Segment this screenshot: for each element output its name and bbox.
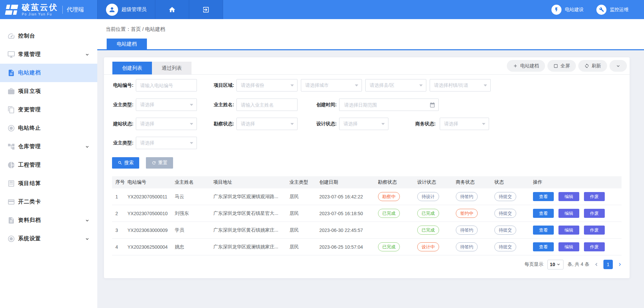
void-button[interactable]: 作废 — [584, 209, 605, 218]
sidebar-item-engineering-mgmt[interactable]: 工程管理 — [0, 156, 97, 174]
sidebar-item-console[interactable]: 控制台 — [0, 27, 97, 45]
next-page-button[interactable] — [617, 261, 623, 267]
status-badge: 待提交 — [494, 192, 516, 201]
view-button[interactable]: 查看 — [533, 242, 554, 251]
owner-name-input[interactable] — [236, 99, 298, 111]
date-range-input[interactable] — [343, 102, 427, 108]
plus-icon — [513, 63, 518, 68]
build-status-select[interactable]: 请选择 — [136, 118, 197, 130]
panel-tabs-row: 创建列表 通过列表 电站建档 全屏 刷新 — [104, 57, 630, 75]
brand-subtitle: Po Jian Yun Fu — [22, 13, 58, 16]
archive-icon — [7, 217, 15, 224]
sidebar-item-project-initiation[interactable]: 项目立项 — [0, 82, 97, 101]
sidebar-item-project-settlement[interactable]: 项目结算 — [0, 174, 97, 193]
sidebar-item-station-termination[interactable]: 电站终止 — [0, 119, 97, 137]
sidebar: 控制台 常规管理 电站建档 项目立项 变更管理 电站终止 仓库管理 工程管理 项… — [0, 19, 97, 308]
nav-station-build[interactable]: 电站建设 — [551, 5, 584, 15]
cell-owner-name: 刘强东 — [174, 210, 213, 217]
nav-station-build-label: 电站建设 — [565, 7, 584, 13]
design-status-select[interactable]: 请选择 — [339, 118, 388, 130]
filter-actions: 搜索 重置 — [112, 157, 622, 169]
cell-created: 2023-06-30 22:45:57 — [319, 228, 377, 233]
sidebar-item-data-archive[interactable]: 资料归档 — [0, 211, 97, 230]
search-button[interactable]: 搜索 — [112, 157, 139, 169]
sidebar-item-warehouse-mgmt[interactable]: 仓库管理 — [0, 137, 97, 156]
cell-owner-type: 居民 — [289, 244, 319, 250]
void-button[interactable]: 作废 — [584, 242, 605, 251]
province-select[interactable]: 请选择省份 — [236, 79, 298, 91]
content-panel: 创建列表 通过列表 电站建档 全屏 刷新 — [104, 57, 630, 278]
sidebar-item-system-settings[interactable]: 系统设置 — [0, 230, 97, 248]
current-page[interactable]: 1 — [603, 260, 613, 269]
sidebar-item-station-archive[interactable]: 电站建档 — [0, 64, 97, 82]
dashboard-icon — [7, 32, 15, 40]
owner-type-select[interactable]: 请选择 — [136, 99, 197, 111]
panel-toolbar: 电站建档 全屏 刷新 — [507, 60, 627, 72]
main-content: 当前位置：首页 / 电站建档 电站建档 创建列表 通过列表 电站建档 全屏 刷新 — [97, 19, 644, 308]
view-button[interactable]: 查看 — [533, 192, 554, 201]
county-select[interactable]: 请选择县/区 — [365, 79, 426, 91]
business-status-select[interactable]: 请选择 — [440, 118, 489, 130]
user-name: 超级管理员 — [121, 6, 147, 13]
void-button[interactable]: 作废 — [584, 226, 605, 235]
city-select[interactable]: 请选择城市 — [301, 79, 362, 91]
page-tab-station-archive[interactable]: 电站建档 — [107, 39, 147, 49]
table-row: 3 YX2023063000009 学员 广东深圳龙华区黄石镇姚家庄... 居民… — [112, 222, 622, 239]
brand-block: 破茧云伏 Po Jian Yun Fu 代理端 — [0, 0, 97, 19]
owner-type2-select[interactable]: 请选择 — [136, 137, 197, 149]
page-size-select[interactable]: 10 — [547, 260, 564, 269]
sidebar-item-general-mgmt[interactable]: 常规管理 — [0, 45, 97, 64]
cell-address: 广东深圳龙华区观澜镇观湖路... — [213, 194, 289, 200]
wrench-icon — [599, 7, 604, 12]
township-select[interactable]: 请选择村镇/街道 — [430, 79, 491, 91]
date-range-picker[interactable] — [339, 99, 439, 111]
cell-station-code: YX2023070500011 — [127, 194, 174, 199]
edit-button[interactable]: 编辑 — [558, 192, 579, 201]
add-station-button[interactable]: 电站建档 — [507, 60, 545, 72]
survey-status-badge: 已完成 — [378, 209, 400, 218]
logout-button[interactable] — [189, 0, 223, 19]
nav-monitor-ops[interactable]: 监控运维 — [596, 5, 629, 15]
design-status-badge: 已完成 — [417, 209, 439, 218]
filter-row-3: 建站状态: 请选择 勘察状态: 请选择 设计状态: 请选择 商务状态: 请选择 — [112, 118, 622, 130]
status-badge: 待提交 — [494, 226, 516, 235]
business-status-badge: 待签约 — [456, 226, 478, 235]
edit-button[interactable]: 编辑 — [558, 242, 579, 251]
view-button[interactable]: 查看 — [533, 226, 554, 235]
station-table: 序号 电站编号 业主姓名 项目地址 业主类型 创建日期 勘察状态 设计状态 商务… — [112, 176, 622, 255]
user-menu[interactable]: 超级管理员 — [97, 0, 155, 19]
void-button[interactable]: 作废 — [584, 192, 605, 201]
target-icon — [7, 124, 15, 132]
document-icon — [7, 69, 15, 77]
reset-button[interactable]: 重置 — [146, 157, 173, 169]
refresh-button[interactable]: 刷新 — [578, 60, 607, 72]
station-code-input[interactable] — [136, 79, 197, 91]
logout-icon — [202, 6, 210, 13]
caret-down-icon — [190, 104, 193, 106]
home-button[interactable] — [155, 0, 189, 19]
cell-address: 广东深圳龙华区黄石镇姚家庄... — [213, 227, 289, 233]
brand-divider — [62, 6, 63, 14]
edit-button[interactable]: 编辑 — [558, 226, 579, 235]
collapse-toolbar-button[interactable] — [609, 60, 627, 72]
cell-owner-type: 居民 — [289, 210, 319, 217]
view-button[interactable]: 查看 — [533, 209, 554, 218]
tab-create-list[interactable]: 创建列表 — [112, 62, 152, 74]
survey-status-select[interactable]: 请选择 — [236, 118, 298, 130]
sitemap-icon — [7, 143, 15, 150]
caret-down-icon — [381, 123, 385, 125]
filter-row-1: 电站编号: 项目区域: 请选择省份 请选择城市 请选择县/区 请选择村镇/街道 — [112, 79, 622, 91]
sidebar-item-card-opening[interactable]: 开二类卡 — [0, 193, 97, 211]
tab-passed-list[interactable]: 通过列表 — [152, 62, 192, 74]
caret-down-icon — [484, 84, 487, 86]
prev-page-button[interactable] — [593, 261, 599, 267]
fullscreen-button[interactable]: 全屏 — [547, 60, 576, 72]
caret-down-icon — [482, 123, 485, 125]
caret-down-icon — [290, 84, 294, 86]
cell-created: 2023-07-05 16:42:22 — [319, 194, 377, 199]
survey-status-badge: 勘察中 — [378, 192, 400, 201]
design-status-badge: 已完成 — [417, 226, 439, 235]
edit-button[interactable]: 编辑 — [558, 209, 579, 218]
sidebar-item-change-mgmt[interactable]: 变更管理 — [0, 101, 97, 119]
breadcrumb: 当前位置：首页 / 电站建档 — [97, 19, 644, 39]
